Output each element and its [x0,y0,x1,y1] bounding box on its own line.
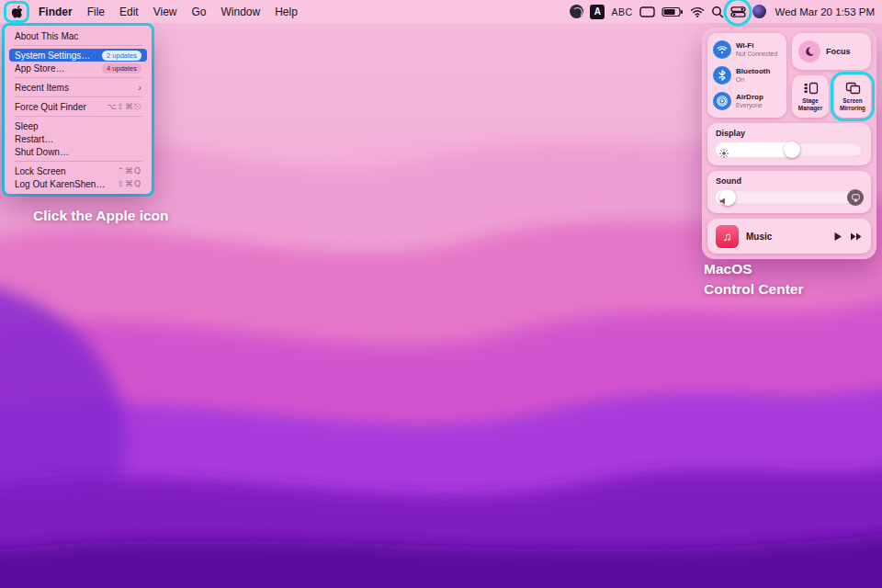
display-card: Display [707,123,871,165]
screen-mirroring-button[interactable]: Screen Mirroring [834,75,871,118]
apple-menu-button[interactable] [9,5,24,19]
next-track-button[interactable] [850,232,863,242]
apple-menu-highlight-box: About This Mac System Settings… 2 update… [2,23,154,197]
sound-slider[interactable] [716,190,863,205]
bluetooth-icon [713,66,731,85]
annotation-apple-note: Click the Apple icon [33,208,169,224]
wifi-icon [713,40,731,59]
airdrop-icon [713,92,731,110]
speaker-icon [719,193,729,202]
battery-icon[interactable] [662,6,684,17]
apple-menu: About This Mac System Settings… 2 update… [5,26,152,194]
menu-item-log-out[interactable]: Log Out KarenShen… ⇧⌘Q [9,177,147,190]
bluetooth-toggle[interactable]: BluetoothOn [713,66,781,85]
menubar-menu-edit[interactable]: Edit [119,6,139,18]
menubar-app-name[interactable]: Finder [39,6,73,18]
updates-badge: 2 updates [102,51,141,61]
swirl-app-icon[interactable] [570,5,583,18]
control-center-icon[interactable] [730,6,746,17]
keyboard-shortcut: ⌃⌘Q [117,166,141,175]
music-card: ♫ Music [707,219,871,254]
play-button[interactable] [833,232,842,242]
wifi-icon[interactable] [690,6,705,17]
menu-separator [14,96,142,97]
spotlight-icon[interactable] [711,6,724,18]
menubar-menu-view[interactable]: View [153,6,177,18]
sound-card: Sound [707,171,871,213]
menu-separator [14,116,142,117]
connectivity-card: Wi-FiNot Connected BluetoothOn AirDropEv… [707,33,786,118]
focus-toggle[interactable]: Focus [792,33,871,70]
annotation-control-center-note: MacOS Control Center [704,259,804,300]
menu-item-recent-items[interactable]: Recent Items › [9,81,147,94]
screen-mirroring-icon [845,82,861,95]
keyboard-shortcut: ⇧⌘Q [117,179,141,188]
menu-item-about-this-mac[interactable]: About This Mac [9,29,147,42]
menu-item-lock-screen[interactable]: Lock Screen ⌃⌘Q [9,164,147,177]
menu-item-sleep[interactable]: Sleep [9,119,147,132]
display-slider[interactable] [716,142,863,157]
apple-logo-icon [11,5,23,19]
sound-label: Sound [716,176,863,186]
submenu-chevron-icon: › [138,83,141,93]
airdrop-toggle[interactable]: AirDropEveryone [713,92,781,110]
menu-item-shut-down[interactable]: Shut Down… [9,145,147,158]
siri-icon[interactable] [752,5,766,18]
wifi-toggle[interactable]: Wi-FiNot Connected [713,40,781,59]
stage-manager-icon [803,82,819,95]
menu-bar-status-area: A ABC Wed Mar 20 1:53 PM [570,5,875,19]
menu-separator [14,161,142,162]
display-label: Display [716,129,863,138]
menu-bar-left: Finder File Edit View Go Window Help [9,5,298,19]
control-center-panel: Wi-FiNot Connected BluetoothOn AirDropEv… [702,28,876,259]
updates-badge: 4 updates [102,63,141,74]
menu-separator [14,77,142,78]
menu-item-force-quit-finder[interactable]: Force Quit Finder ⌥⇧⌘⎋ [9,100,147,113]
menubar-menu-window[interactable]: Window [221,6,261,18]
menu-item-app-store[interactable]: App Store… 4 updates [9,62,147,74]
menu-item-restart[interactable]: Restart… [9,132,147,145]
display-status-icon[interactable] [639,6,655,17]
music-label: Music [746,232,826,242]
music-app-icon: ♫ [716,225,739,248]
menubar-clock[interactable]: Wed Mar 20 1:53 PM [775,6,875,17]
menubar-menu-file[interactable]: File [87,6,105,18]
control-center-right-column: Focus Stage Manager Screen Mirroring [792,33,871,118]
input-source-icon[interactable]: A [590,5,605,19]
menu-item-system-settings[interactable]: System Settings… 2 updates [9,49,147,62]
keyboard-shortcut: ⌥⇧⌘⎋ [107,102,141,112]
input-source-label[interactable]: ABC [611,6,632,17]
stage-manager-button[interactable]: Stage Manager [792,75,829,118]
menu-bar: Finder File Edit View Go Window Help A A… [0,0,882,23]
menubar-menu-go[interactable]: Go [192,6,207,18]
display-slider-knob[interactable] [784,141,800,158]
menu-separator [14,45,142,46]
sun-icon [719,145,729,154]
moon-icon [798,40,820,62]
audio-output-button[interactable] [847,189,864,206]
menubar-menu-help[interactable]: Help [275,6,298,18]
desktop: Finder File Edit View Go Window Help A A… [0,0,882,588]
